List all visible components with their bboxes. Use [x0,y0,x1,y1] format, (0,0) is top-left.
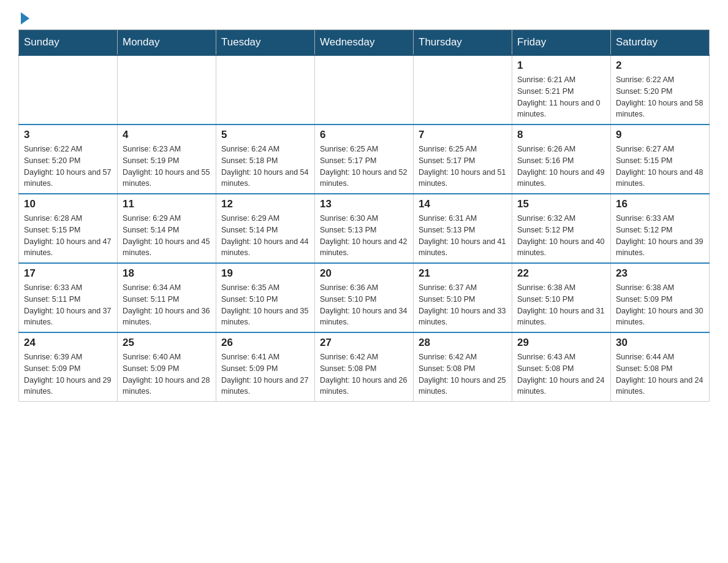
calendar-day-cell: 11Sunrise: 6:29 AMSunset: 5:14 PMDayligh… [118,194,216,263]
day-number: 30 [616,337,704,349]
day-number: 19 [221,267,309,280]
calendar-day-cell: 30Sunrise: 6:44 AMSunset: 5:08 PMDayligh… [611,332,710,402]
day-info: Sunrise: 6:29 AMSunset: 5:14 PMDaylight:… [221,213,309,259]
calendar-week-row: 3Sunrise: 6:22 AMSunset: 5:20 PMDaylight… [19,124,710,194]
day-number: 18 [123,267,211,280]
calendar-day-cell: 18Sunrise: 6:34 AMSunset: 5:11 PMDayligh… [118,263,216,332]
calendar-day-cell: 20Sunrise: 6:36 AMSunset: 5:10 PMDayligh… [315,263,414,332]
calendar-day-cell: 5Sunrise: 6:24 AMSunset: 5:18 PMDaylight… [216,124,315,194]
logo [18,12,29,23]
day-info: Sunrise: 6:24 AMSunset: 5:18 PMDaylight:… [221,144,309,190]
calendar-day-cell [118,55,216,124]
calendar-day-cell: 8Sunrise: 6:26 AMSunset: 5:16 PMDaylight… [512,124,611,194]
day-number: 13 [320,198,408,210]
calendar-week-row: 17Sunrise: 6:33 AMSunset: 5:11 PMDayligh… [19,263,710,332]
day-info: Sunrise: 6:28 AMSunset: 5:15 PMDaylight:… [24,213,112,259]
calendar-day-cell: 16Sunrise: 6:33 AMSunset: 5:12 PMDayligh… [611,194,710,263]
day-number: 22 [517,267,605,280]
day-info: Sunrise: 6:29 AMSunset: 5:14 PMDaylight:… [123,213,211,259]
day-of-week-header: Thursday [414,30,512,56]
calendar-day-cell: 10Sunrise: 6:28 AMSunset: 5:15 PMDayligh… [19,194,118,263]
day-number: 1 [517,59,605,72]
day-info: Sunrise: 6:41 AMSunset: 5:09 PMDaylight:… [221,351,309,397]
calendar-day-cell: 2Sunrise: 6:22 AMSunset: 5:20 PMDaylight… [611,55,710,124]
day-info: Sunrise: 6:42 AMSunset: 5:08 PMDaylight:… [419,351,507,397]
calendar-day-cell: 26Sunrise: 6:41 AMSunset: 5:09 PMDayligh… [216,332,315,402]
day-info: Sunrise: 6:23 AMSunset: 5:19 PMDaylight:… [123,144,211,190]
day-info: Sunrise: 6:25 AMSunset: 5:17 PMDaylight:… [419,144,507,190]
day-number: 15 [517,198,605,210]
day-info: Sunrise: 6:39 AMSunset: 5:09 PMDaylight:… [24,351,112,397]
calendar-day-cell: 25Sunrise: 6:40 AMSunset: 5:09 PMDayligh… [118,332,216,402]
calendar-day-cell: 12Sunrise: 6:29 AMSunset: 5:14 PMDayligh… [216,194,315,263]
day-info: Sunrise: 6:34 AMSunset: 5:11 PMDaylight:… [123,282,211,328]
day-number: 6 [320,129,408,141]
day-info: Sunrise: 6:33 AMSunset: 5:11 PMDaylight:… [24,282,112,328]
day-of-week-header: Saturday [611,30,710,56]
calendar-day-cell: 28Sunrise: 6:42 AMSunset: 5:08 PMDayligh… [414,332,512,402]
day-number: 20 [320,267,408,280]
day-number: 28 [419,337,507,349]
day-info: Sunrise: 6:30 AMSunset: 5:13 PMDaylight:… [320,213,408,259]
day-info: Sunrise: 6:33 AMSunset: 5:12 PMDaylight:… [616,213,704,259]
calendar-day-cell [19,55,118,124]
day-number: 4 [123,129,211,141]
day-info: Sunrise: 6:26 AMSunset: 5:16 PMDaylight:… [517,144,605,190]
day-info: Sunrise: 6:22 AMSunset: 5:20 PMDaylight:… [616,74,704,120]
calendar-day-cell: 6Sunrise: 6:25 AMSunset: 5:17 PMDaylight… [315,124,414,194]
calendar-week-row: 10Sunrise: 6:28 AMSunset: 5:15 PMDayligh… [19,194,710,263]
page-header [18,12,710,23]
calendar-day-cell: 27Sunrise: 6:42 AMSunset: 5:08 PMDayligh… [315,332,414,402]
day-of-week-header: Sunday [19,30,118,56]
calendar-day-cell: 7Sunrise: 6:25 AMSunset: 5:17 PMDaylight… [414,124,512,194]
day-info: Sunrise: 6:38 AMSunset: 5:09 PMDaylight:… [616,282,704,328]
day-number: 10 [24,198,112,210]
day-info: Sunrise: 6:22 AMSunset: 5:20 PMDaylight:… [24,144,112,190]
day-info: Sunrise: 6:43 AMSunset: 5:08 PMDaylight:… [517,351,605,397]
day-info: Sunrise: 6:35 AMSunset: 5:10 PMDaylight:… [221,282,309,328]
day-number: 2 [616,59,704,72]
day-info: Sunrise: 6:37 AMSunset: 5:10 PMDaylight:… [419,282,507,328]
day-info: Sunrise: 6:31 AMSunset: 5:13 PMDaylight:… [419,213,507,259]
day-of-week-header: Wednesday [315,30,414,56]
day-number: 14 [419,198,507,210]
day-number: 12 [221,198,309,210]
day-info: Sunrise: 6:44 AMSunset: 5:08 PMDaylight:… [616,351,704,397]
day-number: 25 [123,337,211,349]
calendar-day-cell: 14Sunrise: 6:31 AMSunset: 5:13 PMDayligh… [414,194,512,263]
calendar-day-cell [216,55,315,124]
day-number: 29 [517,337,605,349]
calendar-day-cell: 21Sunrise: 6:37 AMSunset: 5:10 PMDayligh… [414,263,512,332]
calendar-day-cell: 1Sunrise: 6:21 AMSunset: 5:21 PMDaylight… [512,55,611,124]
day-of-week-header: Tuesday [216,30,315,56]
calendar-header-row: SundayMondayTuesdayWednesdayThursdayFrid… [19,30,710,56]
calendar-day-cell [315,55,414,124]
day-number: 8 [517,129,605,141]
day-number: 23 [616,267,704,280]
day-info: Sunrise: 6:42 AMSunset: 5:08 PMDaylight:… [320,351,408,397]
calendar-day-cell: 15Sunrise: 6:32 AMSunset: 5:12 PMDayligh… [512,194,611,263]
day-number: 5 [221,129,309,141]
day-info: Sunrise: 6:25 AMSunset: 5:17 PMDaylight:… [320,144,408,190]
calendar-table: SundayMondayTuesdayWednesdayThursdayFrid… [18,29,710,402]
calendar-day-cell: 3Sunrise: 6:22 AMSunset: 5:20 PMDaylight… [19,124,118,194]
calendar-day-cell: 4Sunrise: 6:23 AMSunset: 5:19 PMDaylight… [118,124,216,194]
calendar-day-cell: 13Sunrise: 6:30 AMSunset: 5:13 PMDayligh… [315,194,414,263]
calendar-day-cell: 22Sunrise: 6:38 AMSunset: 5:10 PMDayligh… [512,263,611,332]
day-of-week-header: Friday [512,30,611,56]
day-info: Sunrise: 6:32 AMSunset: 5:12 PMDaylight:… [517,213,605,259]
calendar-week-row: 24Sunrise: 6:39 AMSunset: 5:09 PMDayligh… [19,332,710,402]
calendar-week-row: 1Sunrise: 6:21 AMSunset: 5:21 PMDaylight… [19,55,710,124]
day-number: 16 [616,198,704,210]
day-number: 27 [320,337,408,349]
day-info: Sunrise: 6:36 AMSunset: 5:10 PMDaylight:… [320,282,408,328]
day-number: 26 [221,337,309,349]
day-info: Sunrise: 6:27 AMSunset: 5:15 PMDaylight:… [616,144,704,190]
day-number: 7 [419,129,507,141]
calendar-day-cell: 29Sunrise: 6:43 AMSunset: 5:08 PMDayligh… [512,332,611,402]
calendar-day-cell: 23Sunrise: 6:38 AMSunset: 5:09 PMDayligh… [611,263,710,332]
day-number: 24 [24,337,112,349]
logo-arrow-icon [21,12,29,25]
day-info: Sunrise: 6:40 AMSunset: 5:09 PMDaylight:… [123,351,211,397]
day-number: 11 [123,198,211,210]
